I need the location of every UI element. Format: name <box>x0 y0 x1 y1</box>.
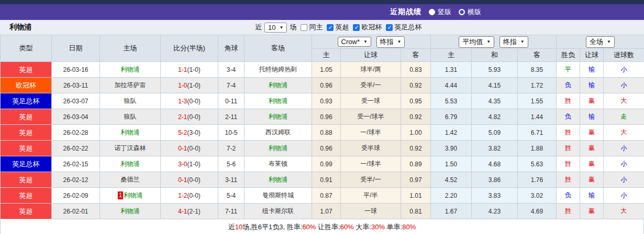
asian-home-odds: 0.99 <box>312 156 341 172</box>
header-corner: 角球 <box>218 35 245 62</box>
table-row: 英超 26-03-04 狼队 2-1(0-0) 2-11 利物浦 0.96 受一… <box>1 109 644 125</box>
odds-company-select[interactable]: Crow*▼ <box>338 37 371 47</box>
asian-handicap: 受半/一 <box>341 172 401 188</box>
league-badge: 英超 <box>1 188 52 204</box>
filter-controls: 近 10 ▼ 场 同主 英超 欧冠杯 英足总杯 <box>255 20 421 35</box>
result-goals: 小 <box>604 141 644 156</box>
home-team: 利物浦 <box>100 125 161 141</box>
home-team: 利物浦 <box>100 62 161 78</box>
radio-vertical-label: 竖版 <box>438 7 451 17</box>
euro-draw-odds: 4.68 <box>472 156 518 172</box>
asian-home-odds: 1.05 <box>312 62 341 78</box>
match-count-select[interactable]: 10 ▼ <box>264 23 287 33</box>
euro-final-select[interactable]: 终指▼ <box>499 36 528 48</box>
euro-home-odds: 1.42 <box>431 125 472 141</box>
result-handicap: 赢 <box>580 141 604 156</box>
asian-home-odds: 0.91 <box>312 172 341 188</box>
subheader-wdl: 胜负 <box>557 49 580 62</box>
same-home-checkbox[interactable] <box>301 24 307 31</box>
euro-draw-odds: 5.09 <box>472 125 518 141</box>
euro-odds-group-header: 平均值▼ 终指▼ <box>431 35 557 49</box>
radio-unselected-icon[interactable] <box>459 9 465 15</box>
asian-handicap: 一/球半 <box>341 125 401 141</box>
result-goals: 大 <box>604 125 644 141</box>
euro-away-odds: 1.88 <box>518 141 557 156</box>
euro-home-odds: 1.50 <box>431 156 472 172</box>
asian-final-select[interactable]: 终指▼ <box>376 36 405 48</box>
home-team: 1利物浦 <box>100 188 161 204</box>
table-row: 英超 26-02-28 利物浦 5-2(3-0) 10-5 西汉姆联 0.88 … <box>1 125 644 141</box>
league-badge: 英超 <box>1 141 52 156</box>
home-team: 利物浦 <box>100 204 161 219</box>
full-match-select[interactable]: 全场▼ <box>586 36 615 48</box>
radio-vertical-layout[interactable]: 竖版 <box>429 7 451 17</box>
euro-home-odds: 2.20 <box>431 188 472 204</box>
rank-badge: 1 <box>118 192 124 199</box>
radio-selected-icon[interactable] <box>429 9 435 15</box>
euro-away-odds: 4.69 <box>518 204 557 219</box>
asian-away-odds: 0.97 <box>401 172 431 188</box>
result-wdl: 胜 <box>557 141 580 156</box>
euro-home-odds: 1.31 <box>431 62 472 78</box>
league-checkbox-premier[interactable] <box>327 24 334 31</box>
league-badge: 英超 <box>1 62 52 78</box>
same-home-label: 同主 <box>309 23 323 32</box>
euro-away-odds: 1.76 <box>518 172 557 188</box>
average-select[interactable]: 平均值▼ <box>459 36 494 48</box>
away-team: 利物浦 <box>245 78 312 93</box>
header-score: 比分(半场) <box>161 35 218 62</box>
result-goals: 小 <box>604 62 644 78</box>
euro-away-odds: 1.55 <box>518 93 557 109</box>
result-goals: 走 <box>604 109 644 125</box>
league-badge: 英足总杯 <box>1 93 52 109</box>
league-label-ucl: 欧冠杯 <box>361 23 382 32</box>
euro-draw-odds: 4.23 <box>472 204 518 219</box>
result-goals: 大 <box>604 204 644 219</box>
match-score: 4-1(2-1) <box>161 204 218 219</box>
euro-draw-odds: 4.82 <box>472 109 518 125</box>
corner-count: 0-11 <box>218 93 245 109</box>
title-group: 近期战绩 竖版 横版 <box>390 4 481 20</box>
away-team: 托特纳姆热刺 <box>245 62 312 78</box>
asian-home-odds: 0.93 <box>312 93 341 109</box>
euro-home-odds: 4.52 <box>431 172 472 188</box>
euro-draw-odds: 3.82 <box>472 141 518 156</box>
euro-away-odds: 8.35 <box>518 62 557 78</box>
table-row: 英超 26-02-01 利物浦 4-1(2-1) 7-11 纽卡斯尔联 1.07… <box>1 204 644 219</box>
result-handicap: 赢 <box>580 156 604 172</box>
euro-away-odds: 3.02 <box>518 188 557 204</box>
result-handicap: 输 <box>580 78 604 93</box>
result-wdl: 胜 <box>557 172 580 188</box>
subheader-handicap: 让球 <box>341 49 401 62</box>
result-wdl: 负 <box>557 78 580 93</box>
result-handicap: 赢 <box>580 125 604 141</box>
league-checkbox-ucl[interactable] <box>353 24 360 31</box>
away-team: 利物浦 <box>245 109 312 125</box>
table-row: 英超 26-02-22 诺丁汉森林 0-1(0-0) 7-2 利物浦 0.96 … <box>1 141 644 156</box>
near-label: 近 <box>255 23 262 32</box>
euro-away-odds: 5.63 <box>518 156 557 172</box>
asian-home-odds: 0.96 <box>312 141 341 156</box>
corner-count: 7-4 <box>218 78 245 93</box>
corner-count: 5-4 <box>218 188 245 204</box>
result-handicap: 赢 <box>580 93 604 109</box>
result-goals: 小 <box>604 156 644 172</box>
table-row: 英足总杯 26-03-07 狼队 1-3(0-0) 0-11 利物浦 0.93 … <box>1 93 644 109</box>
chevron-down-icon: ▼ <box>363 39 368 44</box>
asian-away-odds: 0.95 <box>401 93 431 109</box>
asian-away-odds: 0.89 <box>401 156 431 172</box>
league-checkbox-facup[interactable] <box>386 24 393 31</box>
result-wdl: 平 <box>557 62 580 78</box>
result-handicap: 输 <box>580 109 604 125</box>
match-score: 2-1(0-0) <box>161 109 218 125</box>
asian-away-odds: 1.01 <box>401 188 431 204</box>
top-navy-bar <box>0 0 644 4</box>
euro-away-odds: 6.71 <box>518 125 557 141</box>
radio-horizontal-layout[interactable]: 横版 <box>459 7 481 17</box>
asian-away-odds: 0.92 <box>401 141 431 156</box>
subheader-euro-draw: 和 <box>472 49 518 62</box>
asian-handicap: 平/半 <box>341 188 401 204</box>
result-wdl: 胜 <box>557 156 580 172</box>
subheader-euro-away: 客 <box>518 49 557 62</box>
match-date: 26-03-04 <box>52 109 100 125</box>
